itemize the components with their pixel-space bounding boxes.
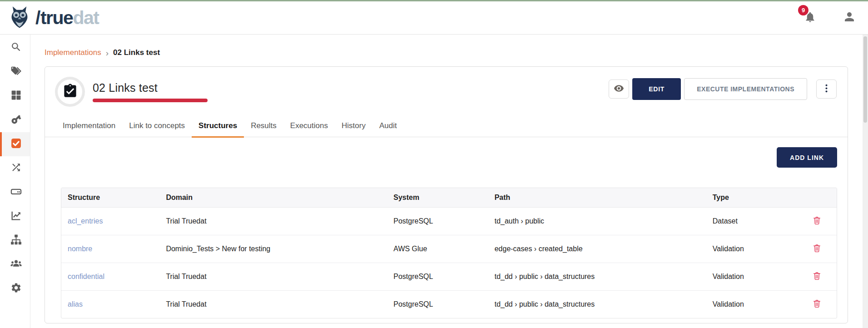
implementation-card: 02 Links test EDIT EXECUTE IMPLEMENTATIO… — [45, 66, 848, 323]
notifications-button[interactable]: 9 — [804, 11, 816, 25]
tab-implementation[interactable]: Implementation — [56, 116, 122, 137]
column-header-structure: Structure — [61, 188, 159, 208]
users-icon — [10, 258, 22, 271]
truedat-logo[interactable]: /truedat — [7, 5, 99, 30]
clipboard-check-icon — [62, 83, 78, 101]
logo-wordmark: /truedat — [35, 7, 99, 29]
structure-link[interactable]: alias — [68, 300, 83, 308]
sidebar-item-users[interactable] — [0, 253, 30, 277]
sidebar-item-domains[interactable] — [0, 229, 30, 253]
column-header-type: Type — [706, 188, 797, 208]
breadcrumb-separator: › — [106, 49, 109, 57]
sidebar-nav — [0, 35, 30, 328]
trash-icon — [812, 220, 822, 227]
sidebar-item-catalog[interactable] — [0, 84, 30, 108]
tab-results[interactable]: Results — [244, 116, 283, 137]
breadcrumb-implementations-link[interactable]: Implementations — [45, 48, 101, 57]
delete-link-button[interactable] — [811, 298, 823, 311]
key-icon — [10, 114, 22, 127]
search-icon — [10, 41, 22, 55]
tab-link-to-concepts[interactable]: Link to concepts — [122, 116, 192, 137]
title-underline — [93, 99, 208, 102]
add-link-button[interactable]: ADD LINK — [777, 147, 837, 168]
preview-button[interactable] — [609, 80, 629, 99]
cell-domain: Trial Truedat — [159, 208, 387, 235]
sidebar-item-dashboards[interactable] — [0, 204, 30, 229]
table-header-row: Structure Domain System Path Type — [61, 188, 837, 208]
trash-icon — [812, 303, 822, 310]
table-row: acl_entries Trial Truedat PostgreSQL td_… — [61, 208, 837, 235]
structure-link[interactable]: confidential — [68, 273, 104, 280]
edit-button[interactable]: EDIT — [632, 78, 681, 100]
cell-path: td_dd › public › data_structures — [488, 291, 706, 318]
delete-link-button[interactable] — [811, 270, 823, 283]
cell-system: PostgreSQL — [387, 291, 488, 318]
cell-path: td_auth › public — [488, 208, 706, 235]
structures-table: Structure Domain System Path Type acl_en… — [61, 188, 837, 318]
breadcrumb-current: 02 Links test — [113, 48, 160, 57]
tab-executions[interactable]: Executions — [283, 116, 335, 137]
sidebar-item-systems[interactable] — [0, 180, 30, 204]
column-header-domain: Domain — [159, 188, 387, 208]
table-row: nombre Dominio_Tests > New for testing A… — [61, 235, 837, 263]
page-title: 02 Links test — [93, 81, 208, 94]
tab-history[interactable]: History — [335, 116, 372, 137]
table-row: confidential Trial Truedat PostgreSQL td… — [61, 263, 837, 291]
delete-link-button[interactable] — [811, 243, 823, 255]
kebab-menu-icon — [821, 83, 832, 95]
column-header-actions — [797, 188, 837, 208]
drive-icon — [10, 186, 22, 199]
tab-structures[interactable]: Structures — [192, 116, 244, 137]
grid-icon — [10, 89, 22, 103]
sidebar-item-glossary[interactable] — [0, 60, 30, 84]
structure-link[interactable]: nombre — [68, 245, 92, 253]
cell-type: Validation — [706, 235, 797, 263]
main-content: Implementations › 02 Links test 02 Links… — [31, 35, 863, 328]
eye-icon — [614, 83, 624, 95]
sidebar-item-lineage[interactable] — [0, 156, 30, 180]
chart-icon — [10, 210, 22, 223]
sidebar-item-quality[interactable] — [0, 132, 30, 156]
structure-link[interactable]: acl_entries — [68, 217, 103, 225]
user-menu-button[interactable] — [843, 10, 856, 25]
tab-bar: Implementation Link to concepts Structur… — [45, 116, 848, 137]
trash-icon — [812, 275, 822, 282]
cell-system: PostgreSQL — [387, 208, 488, 235]
cell-domain: Trial Truedat — [159, 291, 387, 318]
column-header-path: Path — [488, 188, 706, 208]
sidebar-item-permissions[interactable] — [0, 108, 30, 132]
execute-implementations-button[interactable]: EXECUTE IMPLEMENTATIONS — [684, 78, 807, 100]
cell-path: edge-cases › created_table — [488, 235, 706, 263]
top-accent-strip — [0, 0, 868, 1]
vertical-scrollbar[interactable] — [863, 35, 868, 328]
cell-type: Dataset — [706, 208, 797, 235]
cell-domain: Trial Truedat — [159, 263, 387, 291]
tags-icon — [10, 65, 22, 79]
app-header: /truedat 9 — [0, 1, 868, 35]
card-header: 02 Links test EDIT EXECUTE IMPLEMENTATIO… — [45, 67, 848, 107]
table-row: alias Trial Truedat PostgreSQL td_dd › p… — [61, 291, 837, 318]
card-actions: EDIT EXECUTE IMPLEMENTATIONS — [609, 78, 837, 100]
cell-domain: Dominio_Tests > New for testing — [159, 235, 387, 263]
sidebar-item-settings[interactable] — [0, 277, 30, 301]
cell-path: td_dd › public › data_structures — [488, 263, 706, 291]
trash-icon — [812, 248, 822, 254]
breadcrumb: Implementations › 02 Links test — [45, 48, 160, 57]
cell-type: Validation — [706, 291, 797, 318]
structures-panel: ADD LINK Structure Domain System Path — [45, 137, 848, 318]
notification-badge: 9 — [798, 5, 808, 15]
sitemap-icon — [10, 234, 22, 247]
more-options-button[interactable] — [816, 80, 837, 99]
user-icon — [843, 17, 856, 25]
gear-icon — [10, 282, 22, 295]
cell-type: Validation — [706, 263, 797, 291]
implementation-avatar — [55, 77, 85, 107]
delete-link-button[interactable] — [811, 215, 823, 228]
scrollbar-thumb[interactable] — [863, 36, 867, 123]
cell-system: PostgreSQL — [387, 263, 488, 291]
tab-audit[interactable]: Audit — [372, 116, 404, 137]
cell-system: AWS Glue — [387, 235, 488, 263]
quality-check-icon — [10, 138, 22, 151]
sidebar-item-search[interactable] — [0, 36, 30, 60]
column-header-system: System — [387, 188, 488, 208]
